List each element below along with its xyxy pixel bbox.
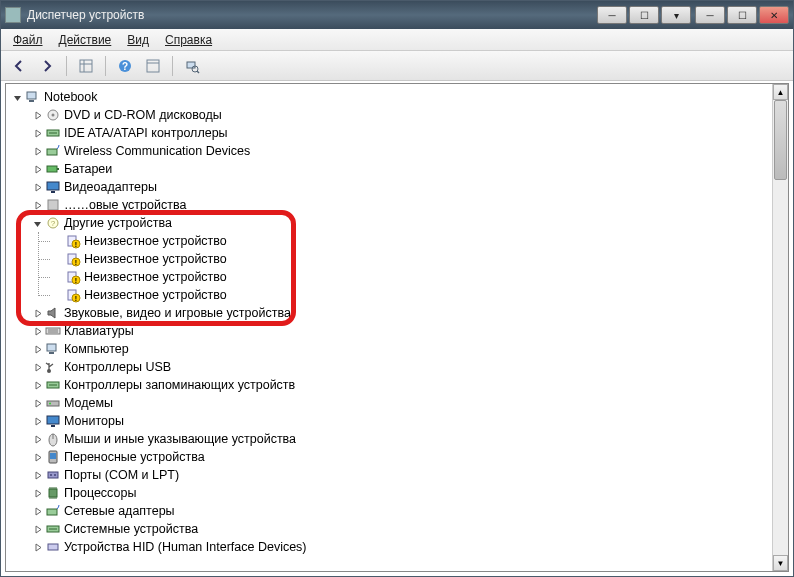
forward-button[interactable] xyxy=(35,54,59,78)
category-node[interactable]: Видеоадаптеры xyxy=(32,178,772,196)
category-node[interactable]: Модемы xyxy=(32,394,772,412)
svg-point-54 xyxy=(54,474,56,476)
unknown-device-icon: ! xyxy=(65,233,81,249)
expand-toggle[interactable] xyxy=(32,380,43,391)
show-hidden-button[interactable] xyxy=(74,54,98,78)
expand-toggle[interactable] xyxy=(32,398,43,409)
minimize-button-secondary[interactable]: ─ xyxy=(597,6,627,24)
category-node[interactable]: Wireless Communication Devices xyxy=(32,142,772,160)
category-node[interactable]: Клавиатуры xyxy=(32,322,772,340)
back-button[interactable] xyxy=(7,54,31,78)
window-buttons-primary: ─ ☐ ✕ xyxy=(695,6,789,24)
collapse-toggle[interactable] xyxy=(12,92,23,103)
expand-toggle[interactable] xyxy=(32,416,43,427)
expand-toggle[interactable] xyxy=(32,506,43,517)
category-label: Другие устройства xyxy=(64,214,172,232)
mouse-icon xyxy=(45,431,61,447)
properties-icon xyxy=(145,58,161,74)
maximize-button[interactable]: ☐ xyxy=(727,6,757,24)
category-label: Мыши и иные указывающие устройства xyxy=(64,430,296,448)
device-label: Неизвестное устройство xyxy=(84,232,227,250)
scroll-down-button[interactable]: ▼ xyxy=(773,555,788,571)
device-node[interactable]: !Неизвестное устройство xyxy=(54,286,772,304)
vertical-scrollbar[interactable]: ▲ ▼ xyxy=(772,84,788,571)
scroll-thumb[interactable] xyxy=(774,100,787,180)
expand-toggle[interactable] xyxy=(32,326,43,337)
scroll-up-button[interactable]: ▲ xyxy=(773,84,788,100)
category-node[interactable]: IDE ATA/ATAPI контроллеры xyxy=(32,124,772,142)
category-node[interactable]: Мониторы xyxy=(32,412,772,430)
unknown-device-icon: ! xyxy=(65,269,81,285)
expand-toggle[interactable] xyxy=(32,146,43,157)
expand-toggle[interactable] xyxy=(32,542,43,553)
category-node[interactable]: Звуковые, видео и игровые устройства xyxy=(32,304,772,322)
category-node[interactable]: Устройства HID (Human Interface Devices) xyxy=(32,538,772,556)
expand-toggle[interactable] xyxy=(32,200,43,211)
properties-button[interactable] xyxy=(141,54,165,78)
expand-toggle[interactable] xyxy=(32,182,43,193)
expand-toggle[interactable] xyxy=(32,488,43,499)
toolbar-separator xyxy=(105,56,106,76)
category-node[interactable]: DVD и CD-ROM дисководы xyxy=(32,106,772,124)
svg-point-13 xyxy=(52,114,55,117)
category-node[interactable]: Сетевые адаптеры xyxy=(32,502,772,520)
device-node[interactable]: !Неизвестное устройство xyxy=(54,250,772,268)
maximize-button-secondary[interactable]: ☐ xyxy=(629,6,659,24)
category-node[interactable]: ……овые устройства xyxy=(32,196,772,214)
minimize-button[interactable]: ─ xyxy=(695,6,725,24)
battery-icon xyxy=(45,161,61,177)
collapse-toggle[interactable] xyxy=(32,218,43,229)
expand-toggle[interactable] xyxy=(32,308,43,319)
category-node[interactable]: Процессоры xyxy=(32,484,772,502)
category-node[interactable]: Системные устройства xyxy=(32,520,772,538)
category-node[interactable]: Компьютер xyxy=(32,340,772,358)
expand-toggle[interactable] xyxy=(32,164,43,175)
category-node[interactable]: ?Другие устройства xyxy=(32,214,772,232)
wireless-icon xyxy=(45,143,61,159)
controller-icon xyxy=(45,125,61,141)
network-icon xyxy=(45,503,61,519)
menu-action[interactable]: Действие xyxy=(53,31,118,49)
expand-toggle[interactable] xyxy=(32,362,43,373)
toolbar-separator xyxy=(172,56,173,76)
category-node[interactable]: Переносные устройства xyxy=(32,448,772,466)
category-label: Видеоадаптеры xyxy=(64,178,157,196)
tree-root[interactable]: Notebook xyxy=(12,88,772,106)
keyboard-icon xyxy=(45,323,61,339)
expand-toggle[interactable] xyxy=(32,470,43,481)
computer-icon xyxy=(45,341,61,357)
expand-toggle[interactable] xyxy=(32,524,43,535)
svg-rect-18 xyxy=(57,168,59,170)
dropdown-button-secondary[interactable]: ▾ xyxy=(661,6,691,24)
window-title: Диспетчер устройств xyxy=(27,8,144,22)
category-label: Контроллеры запоминающих устройств xyxy=(64,376,295,394)
expand-toggle[interactable] xyxy=(32,128,43,139)
category-node[interactable]: Порты (COM и LPT) xyxy=(32,466,772,484)
close-button[interactable]: ✕ xyxy=(759,6,789,24)
menu-file[interactable]: Файл xyxy=(7,31,49,49)
category-node[interactable]: Мыши и иные указывающие устройства xyxy=(32,430,772,448)
svg-rect-17 xyxy=(47,166,57,172)
category-node[interactable]: Контроллеры USB xyxy=(32,358,772,376)
unknown-device-icon: ! xyxy=(65,251,81,267)
expand-toggle[interactable] xyxy=(32,344,43,355)
device-node[interactable]: !Неизвестное устройство xyxy=(54,232,772,250)
category-node[interactable]: Батареи xyxy=(32,160,772,178)
menu-view[interactable]: Вид xyxy=(121,31,155,49)
scroll-track[interactable] xyxy=(773,100,788,555)
cpu-icon xyxy=(45,485,61,501)
category-label: Батареи xyxy=(64,160,112,178)
expand-toggle[interactable] xyxy=(32,434,43,445)
category-node[interactable]: Контроллеры запоминающих устройств xyxy=(32,376,772,394)
device-tree[interactable]: NotebookDVD и CD-ROM дисководыIDE ATA/AT… xyxy=(6,84,772,571)
help-button[interactable]: ? xyxy=(113,54,137,78)
menu-help[interactable]: Справка xyxy=(159,31,218,49)
scan-button[interactable] xyxy=(180,54,204,78)
system-icon xyxy=(45,521,61,537)
expand-toggle[interactable] xyxy=(32,110,43,121)
expand-toggle[interactable] xyxy=(32,452,43,463)
sound-icon xyxy=(45,305,61,321)
other-devices-icon: ? xyxy=(45,215,61,231)
device-node[interactable]: !Неизвестное устройство xyxy=(54,268,772,286)
svg-rect-64 xyxy=(47,509,57,515)
